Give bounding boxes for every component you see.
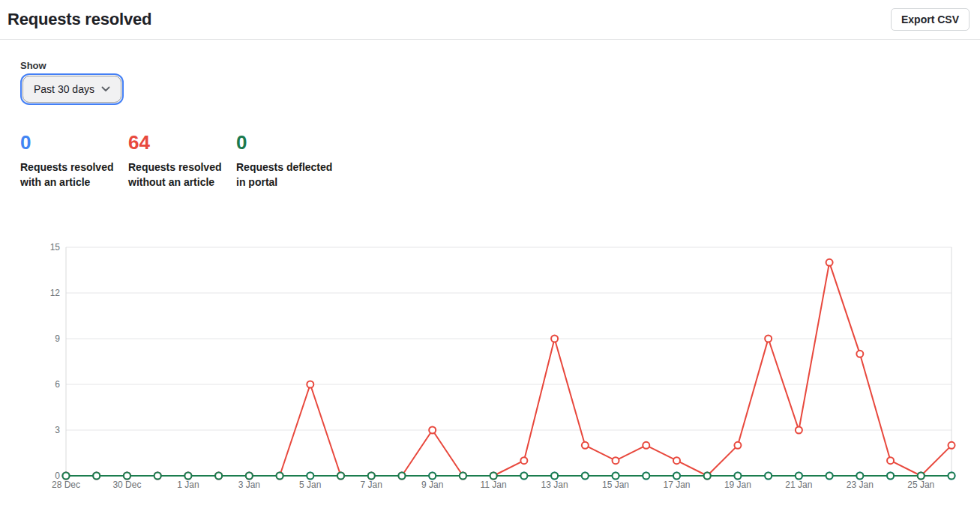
svg-text:17 Jan: 17 Jan [663, 480, 690, 490]
svg-text:28 Dec: 28 Dec [52, 480, 80, 490]
svg-text:3: 3 [55, 425, 60, 435]
stat-value: 64 [128, 133, 236, 152]
stat-label: Requests resolved with an article [20, 160, 119, 190]
show-label: Show [20, 60, 980, 71]
svg-text:3 Jan: 3 Jan [238, 480, 260, 490]
date-range-value: Past 30 days [34, 82, 94, 96]
svg-text:23 Jan: 23 Jan [847, 480, 874, 490]
svg-text:7 Jan: 7 Jan [361, 480, 382, 490]
export-csv-button[interactable]: Export CSV [891, 8, 970, 31]
svg-text:15: 15 [50, 242, 61, 253]
svg-text:19 Jan: 19 Jan [724, 480, 751, 490]
svg-text:21 Jan: 21 Jan [785, 480, 812, 490]
stat-label: Requests resolved without an article [128, 160, 227, 190]
chevron-down-icon [101, 86, 110, 92]
svg-text:13 Jan: 13 Jan [541, 480, 568, 490]
svg-text:6: 6 [55, 379, 60, 390]
stat-deflected-in-portal: 0 Requests deflected in portal [236, 133, 344, 190]
line-chart-canvas: 0369121528 Dec30 Dec1 Jan3 Jan5 Jan7 Jan… [0, 238, 980, 496]
svg-text:25 Jan: 25 Jan [907, 480, 934, 490]
stat-value: 0 [236, 133, 344, 152]
svg-text:9 Jan: 9 Jan [421, 480, 443, 490]
svg-text:11 Jan: 11 Jan [481, 480, 507, 490]
stat-value: 0 [20, 133, 128, 152]
svg-text:5 Jan: 5 Jan [299, 480, 321, 490]
date-range-select[interactable]: Past 30 days [22, 76, 121, 103]
page-header: Requests resolved Export CSV [0, 0, 980, 40]
stat-resolved-without-article: 64 Requests resolved without an article [128, 133, 236, 190]
svg-text:30 Dec: 30 Dec [112, 480, 141, 490]
stats-row: 0 Requests resolved with an article 64 R… [20, 133, 980, 190]
stat-resolved-with-article: 0 Requests resolved with an article [20, 133, 128, 190]
filter-controls: Show Past 30 days [20, 60, 980, 103]
svg-text:12: 12 [50, 288, 61, 298]
svg-text:9: 9 [55, 333, 60, 344]
stat-label: Requests deflected in portal [236, 160, 335, 190]
page-title: Requests resolved [7, 10, 151, 29]
svg-text:1 Jan: 1 Jan [177, 480, 199, 490]
requests-resolved-chart: 0369121528 Dec30 Dec1 Jan3 Jan5 Jan7 Jan… [0, 238, 980, 499]
svg-text:15 Jan: 15 Jan [602, 480, 629, 490]
